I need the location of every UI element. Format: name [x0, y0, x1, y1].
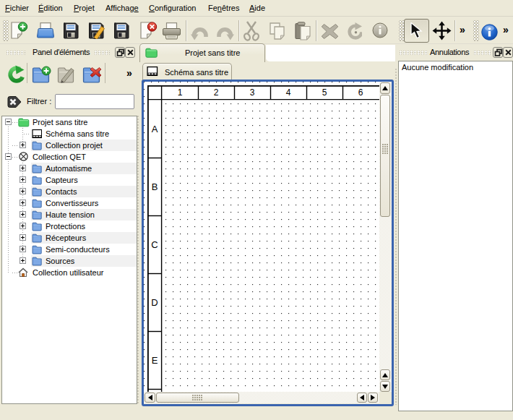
- svg-text:3: 3: [250, 87, 255, 98]
- svg-text:1: 1: [178, 87, 183, 98]
- svg-text:C: C: [151, 239, 158, 250]
- svg-text:A: A: [152, 124, 158, 134]
- svg-text:5: 5: [322, 87, 327, 98]
- svg-text:6: 6: [358, 87, 363, 98]
- svg-text:4: 4: [286, 87, 291, 98]
- svg-text:2: 2: [214, 87, 219, 98]
- svg-text:B: B: [152, 181, 158, 192]
- svg-text:D: D: [151, 297, 158, 308]
- svg-text:E: E: [152, 355, 158, 366]
